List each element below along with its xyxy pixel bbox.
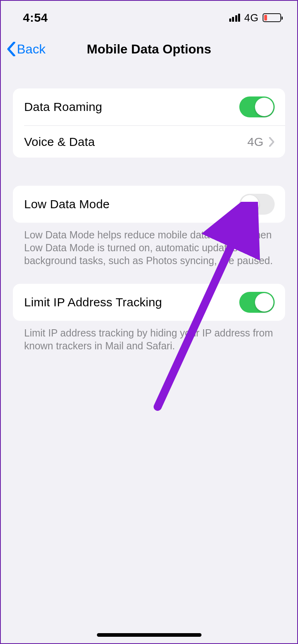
group-connectivity: Data Roaming Voice & Data 4G (13, 88, 285, 158)
row-data-roaming[interactable]: Data Roaming (13, 88, 285, 125)
chevron-right-icon (269, 137, 275, 147)
row-label: Voice & Data (24, 135, 95, 149)
battery-icon (263, 13, 281, 22)
group-low-data: Low Data Mode (13, 186, 285, 223)
row-limit-ip-tracking[interactable]: Limit IP Address Tracking (13, 284, 285, 321)
low-data-footer: Low Data Mode helps reduce mobile data u… (13, 223, 285, 267)
data-roaming-toggle[interactable] (239, 96, 275, 117)
ip-tracking-footer: Limit IP address tracking by hiding your… (13, 321, 285, 352)
cellular-signal-icon (229, 14, 240, 22)
back-label: Back (17, 42, 45, 57)
row-label: Low Data Mode (24, 197, 110, 211)
home-indicator (97, 633, 201, 637)
status-time: 4:54 (23, 11, 48, 25)
status-right: 4G (229, 12, 281, 24)
low-data-mode-toggle[interactable] (239, 194, 275, 215)
network-type: 4G (244, 12, 259, 24)
limit-ip-tracking-toggle[interactable] (239, 292, 275, 313)
status-bar: 4:54 4G (1, 1, 297, 30)
row-label: Limit IP Address Tracking (24, 295, 162, 309)
row-label: Data Roaming (24, 100, 102, 114)
nav-bar: Back Mobile Data Options (1, 33, 297, 65)
group-ip-tracking: Limit IP Address Tracking (13, 284, 285, 321)
back-button[interactable]: Back (1, 42, 45, 57)
voice-data-value: 4G (247, 135, 263, 149)
chevron-left-icon (6, 42, 16, 56)
row-voice-and-data[interactable]: Voice & Data 4G (24, 125, 285, 158)
row-low-data-mode[interactable]: Low Data Mode (13, 186, 285, 223)
